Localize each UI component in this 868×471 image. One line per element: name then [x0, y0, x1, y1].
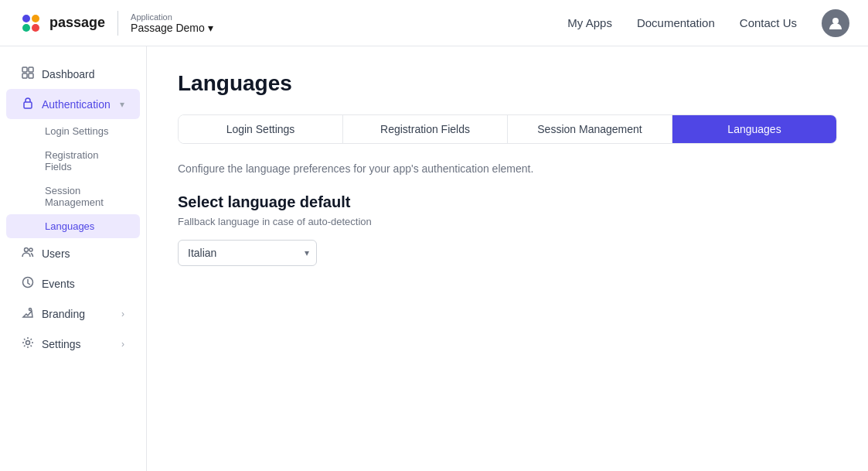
- events-icon: [22, 276, 34, 291]
- tab-login-settings[interactable]: Login Settings: [179, 115, 343, 143]
- sidebar-item-branding-label: Branding: [42, 308, 114, 320]
- users-icon: [22, 246, 34, 261]
- tab-registration-fields[interactable]: Registration Fields: [343, 115, 508, 143]
- lock-icon: [22, 97, 34, 111]
- sidebar-item-dashboard-label: Dashboard: [42, 68, 124, 80]
- sidebar-sub-session-management-label: Session Management: [45, 185, 124, 208]
- main-content: Languages Login Settings Registration Fi…: [147, 46, 868, 471]
- sidebar-auth-sub: Login Settings Registration Fields Sessi…: [0, 119, 146, 238]
- chevron-down-icon: ▾: [208, 22, 213, 34]
- sidebar-sub-login-settings-label: Login Settings: [45, 125, 108, 137]
- branding-icon: [22, 306, 34, 321]
- svg-point-11: [29, 248, 32, 251]
- app-label: Application: [131, 12, 213, 22]
- svg-rect-9: [24, 102, 32, 108]
- my-apps-link[interactable]: My Apps: [567, 16, 612, 29]
- header: passage Application Passage Demo ▾ My Ap…: [0, 0, 868, 46]
- svg-rect-8: [29, 73, 33, 78]
- svg-point-0: [22, 15, 30, 22]
- section-subtitle: Fallback language in case of auto-detect…: [178, 216, 837, 227]
- sidebar-item-users[interactable]: Users: [6, 238, 140, 268]
- header-left: passage Application Passage Demo ▾: [19, 11, 213, 36]
- sidebar-item-users-label: Users: [42, 247, 124, 260]
- tabs: Login Settings Registration Fields Sessi…: [178, 114, 837, 144]
- dashboard-icon: [22, 67, 34, 81]
- layout: Dashboard Authentication ▾ Login Setting…: [0, 46, 868, 471]
- contact-us-link[interactable]: Contact Us: [740, 16, 797, 29]
- logo-icon: [19, 11, 43, 36]
- svg-point-4: [832, 18, 839, 24]
- app-selector[interactable]: Application Passage Demo ▾: [131, 12, 213, 34]
- sidebar-sub-session-management[interactable]: Session Management: [6, 179, 140, 214]
- chevron-right-icon: ›: [121, 309, 124, 319]
- user-avatar[interactable]: [822, 9, 849, 37]
- language-select[interactable]: English Spanish French German Italian Po…: [178, 240, 317, 266]
- sidebar-item-settings-label: Settings: [42, 338, 114, 350]
- sidebar-item-events[interactable]: Events: [6, 268, 140, 299]
- app-name-text: Passage Demo: [131, 22, 205, 34]
- user-icon: [828, 15, 843, 31]
- sidebar-sub-registration-fields[interactable]: Registration Fields: [6, 143, 140, 179]
- app-name-row: Passage Demo ▾: [131, 22, 213, 34]
- section-title: Select language default: [178, 193, 837, 211]
- documentation-link[interactable]: Documentation: [637, 16, 715, 29]
- language-select-wrapper: English Spanish French German Italian Po…: [178, 240, 317, 266]
- svg-rect-6: [29, 67, 33, 72]
- settings-icon: [22, 336, 34, 351]
- sidebar-item-branding[interactable]: Branding ›: [6, 299, 140, 329]
- svg-point-2: [22, 24, 30, 32]
- header-divider: [117, 11, 118, 36]
- sidebar-sub-registration-fields-label: Registration Fields: [45, 149, 124, 172]
- svg-point-1: [32, 15, 39, 22]
- sidebar: Dashboard Authentication ▾ Login Setting…: [0, 46, 147, 471]
- svg-point-10: [25, 248, 29, 252]
- sidebar-item-authentication-label: Authentication: [42, 98, 112, 111]
- chevron-right-icon-2: ›: [121, 339, 124, 350]
- svg-rect-5: [22, 67, 27, 72]
- sidebar-sub-languages-label: Languages: [45, 220, 94, 232]
- sidebar-sub-languages[interactable]: Languages: [6, 214, 140, 238]
- tab-session-management[interactable]: Session Management: [508, 115, 672, 143]
- svg-rect-7: [22, 73, 27, 78]
- sidebar-item-authentication[interactable]: Authentication ▾: [6, 89, 140, 119]
- sidebar-sub-login-settings[interactable]: Login Settings: [6, 119, 140, 143]
- tab-languages[interactable]: Languages: [672, 115, 836, 143]
- svg-point-14: [26, 341, 30, 345]
- logo-text: passage: [49, 15, 105, 31]
- sidebar-item-settings[interactable]: Settings ›: [6, 329, 140, 359]
- header-nav: My Apps Documentation Contact Us: [567, 9, 849, 37]
- svg-point-13: [29, 309, 32, 311]
- sidebar-item-dashboard[interactable]: Dashboard: [6, 59, 140, 89]
- sidebar-item-events-label: Events: [42, 278, 124, 290]
- chevron-down-icon: ▾: [120, 99, 124, 110]
- section-description: Configure the language preferences for y…: [178, 162, 837, 175]
- logo[interactable]: passage: [19, 11, 105, 36]
- svg-point-3: [32, 24, 39, 32]
- page-title: Languages: [178, 71, 837, 96]
